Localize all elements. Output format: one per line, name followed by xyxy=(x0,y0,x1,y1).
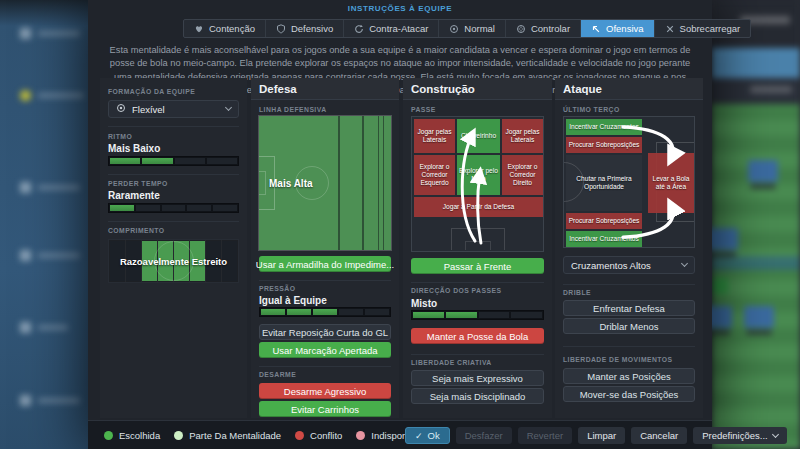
background-sidebar xyxy=(0,0,88,449)
panel-ataque: Ataque ÚLTIMO TERÇO Incentivar Cruzament… xyxy=(555,78,703,418)
legend-item-parte: Parte Da Mentalidade xyxy=(174,430,281,441)
be-more-disciplined-button[interactable]: Seja mais Disciplinado xyxy=(411,388,544,404)
background-pitch xyxy=(712,0,800,449)
presets-label: Predefinições... xyxy=(702,430,767,441)
final-third-pitch[interactable]: Incentivar Cruzamentos Procurar Sobrepos… xyxy=(563,116,695,248)
construcao-title: Construção xyxy=(403,78,552,100)
attack-arrow-icon xyxy=(591,24,601,34)
tab-label: Contra-Atacar xyxy=(369,23,428,34)
divider xyxy=(259,366,391,367)
zone-flanks-left[interactable]: Jogar pelas Laterais xyxy=(414,119,455,153)
offside-trap-button[interactable]: Usar a Armadilha do Impedime... xyxy=(259,256,391,272)
aggressive-tackling-button[interactable]: Desarme Agressivo xyxy=(259,383,391,399)
team-instructions-dialog: INSTRUÇÕES À EQUIPE Contenção Defensivo … xyxy=(88,0,712,449)
control-icon xyxy=(516,24,526,34)
tight-marking-button[interactable]: Usar Marcação Apertada xyxy=(259,342,391,358)
zone-play-out-of-defence[interactable]: Jogar a Partir da Defesa xyxy=(414,197,543,217)
avoid-slide-tackles-button[interactable]: Evitar Carrinhos xyxy=(259,401,391,417)
undo-button[interactable]: Desfazer xyxy=(456,427,512,444)
dialog-title: INSTRUÇÕES À EQUIPE xyxy=(88,4,712,13)
retain-possession-button[interactable]: Manter a Posse da Bola xyxy=(411,328,544,344)
conflict-dot-icon xyxy=(295,431,304,440)
clear-button[interactable]: Limpar xyxy=(578,427,625,444)
tab-label: Defensivo xyxy=(291,23,333,34)
overload-icon xyxy=(665,24,675,34)
passing-label: PASSE xyxy=(411,106,544,113)
zone-flanks-right[interactable]: Jogar pelas Laterais xyxy=(502,119,543,153)
ok-button[interactable]: Ok xyxy=(405,427,450,444)
move-into-channels-button[interactable]: Mover-se das Posições xyxy=(563,386,695,402)
divider xyxy=(411,354,544,355)
screen: INSTRUÇÕES À EQUIPE Contenção Defensivo … xyxy=(0,0,800,449)
tab-controlar[interactable]: Controlar xyxy=(506,20,581,37)
tab-label: Contenção xyxy=(209,23,255,34)
unavailable-dot-icon xyxy=(356,431,365,440)
shield-icon xyxy=(276,24,286,34)
time-wasting-slider[interactable] xyxy=(108,203,239,213)
tempo-value: Mais Baixo xyxy=(108,143,239,154)
zone-overlap-top[interactable]: Procurar Sobreposições xyxy=(566,137,642,153)
formation-label: FORMAÇÃO DA EQUIPE xyxy=(108,88,239,95)
divider xyxy=(259,280,391,281)
pressing-label: PRESSÃO xyxy=(259,285,391,292)
time-wasting-label: PERDER TEMPO xyxy=(108,180,239,187)
pass-into-space-button[interactable]: Passar à Frente xyxy=(411,258,544,274)
status-legend: Escolhida Parte Da Mentalidade Conflito … xyxy=(104,421,422,449)
goal-box-lines xyxy=(259,171,266,195)
passing-directness-slider[interactable] xyxy=(411,310,544,320)
chevron-down-icon xyxy=(225,104,232,111)
tab-sobrecarregar[interactable]: Sobrecarregar xyxy=(655,20,751,37)
tab-defensivo[interactable]: Defensivo xyxy=(266,20,344,37)
line-divider xyxy=(362,116,364,250)
passing-focus-pitch[interactable]: Jogar pelas Laterais Chuveirinho Jogar p… xyxy=(411,116,544,252)
contain-icon xyxy=(194,24,204,34)
legend-label: Parte Da Mentalidade xyxy=(189,430,281,441)
chevron-down-icon xyxy=(772,431,779,438)
footer-buttons: Ok Desfazer Reverter Limpar Cancelar Pre… xyxy=(405,427,787,444)
mentality-tabbar: Contenção Defensivo Contra-Atacar Normal… xyxy=(183,19,751,38)
divider xyxy=(563,346,695,347)
zone-left-channel[interactable]: Explorar o Corredor Esquerdo xyxy=(414,155,455,195)
revert-button[interactable]: Reverter xyxy=(518,427,572,444)
defesa-title: Defesa xyxy=(251,78,399,100)
legend-label: Escolhida xyxy=(119,430,160,441)
tab-ofensiva[interactable]: Ofensiva xyxy=(581,20,655,37)
defensive-line-pitch[interactable]: Mais Alta xyxy=(259,116,391,250)
divider xyxy=(411,282,544,283)
stick-to-positions-button[interactable]: Manter as Posições xyxy=(563,368,695,384)
zone-chuveirinho[interactable]: Chuveirinho xyxy=(457,119,500,153)
formation-dropdown[interactable]: Flexível xyxy=(108,100,239,118)
zone-right-channel[interactable]: Explorar o Corredor Direito xyxy=(502,155,543,195)
zone-crosses-top[interactable]: Incentivar Cruzamentos xyxy=(566,119,642,135)
presets-button[interactable]: Predefinições... xyxy=(693,427,786,444)
formation-value: Flexível xyxy=(132,104,220,115)
creative-freedom-label: LIBERDADE CRIATIVA xyxy=(411,359,544,366)
crossing-dropdown[interactable]: Cruzamentos Altos xyxy=(563,256,695,274)
panel-construcao: Construção PASSE Jogar pelas Laterais Ch… xyxy=(403,78,552,418)
ok-label: Ok xyxy=(428,430,440,441)
run-at-defence-button[interactable]: Enfrentar Defesa xyxy=(563,300,695,316)
divider xyxy=(108,174,239,175)
tab-label: Ofensiva xyxy=(606,23,644,34)
zone-shoot-on-sight[interactable]: Chutar na Primeira Oportunidade xyxy=(566,155,642,211)
passing-directness-label: DIRECÇÃO DOS PASSES xyxy=(411,287,544,294)
pressing-value: Igual à Equipe xyxy=(259,295,391,306)
tab-label: Normal xyxy=(464,23,495,34)
defensive-line-value: Mais Alta xyxy=(269,178,313,189)
line-divider xyxy=(338,116,340,250)
dialog-footer: Escolhida Parte Da Mentalidade Conflito … xyxy=(88,420,712,449)
zone-through-middle[interactable]: Explorar pelo Meio xyxy=(457,155,500,195)
zone-crosses-bottom[interactable]: Incentivar Cruzamentos xyxy=(566,231,642,247)
tab-normal[interactable]: Normal xyxy=(439,20,506,37)
dribble-less-button[interactable]: Driblar Menos xyxy=(563,318,695,334)
pressing-slider[interactable] xyxy=(259,307,391,317)
tempo-slider[interactable] xyxy=(108,156,239,166)
legend-label: Conflito xyxy=(310,430,342,441)
zone-overlap-bottom[interactable]: Procurar Sobreposições xyxy=(566,213,642,229)
be-more-expressive-button[interactable]: Seja mais Expressivo xyxy=(411,370,544,386)
zone-work-into-box[interactable]: Levar a Bola até a Área xyxy=(648,153,694,213)
tab-contencao[interactable]: Contenção xyxy=(184,20,266,37)
cancel-button[interactable]: Cancelar xyxy=(631,427,687,444)
tab-contra-atacar[interactable]: Contra-Atacar xyxy=(344,20,439,37)
avoid-short-gk-button[interactable]: Evitar Reposição Curta do GL xyxy=(259,324,391,340)
